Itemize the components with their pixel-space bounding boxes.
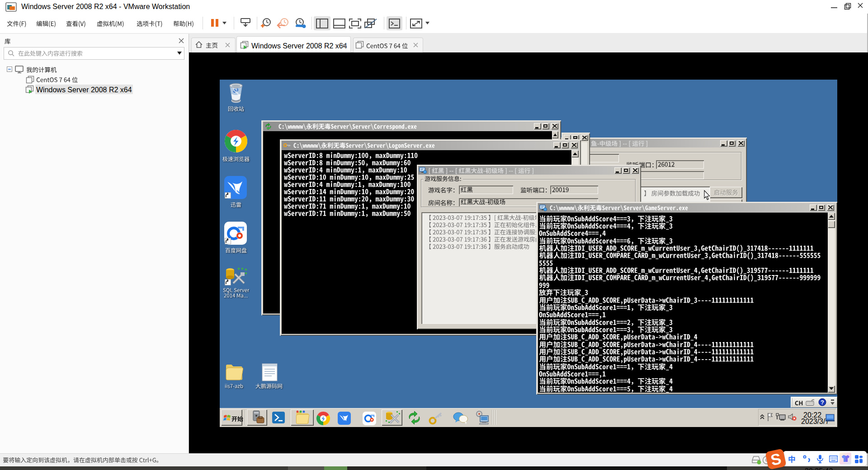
svg-text:?: ? bbox=[821, 399, 824, 406]
